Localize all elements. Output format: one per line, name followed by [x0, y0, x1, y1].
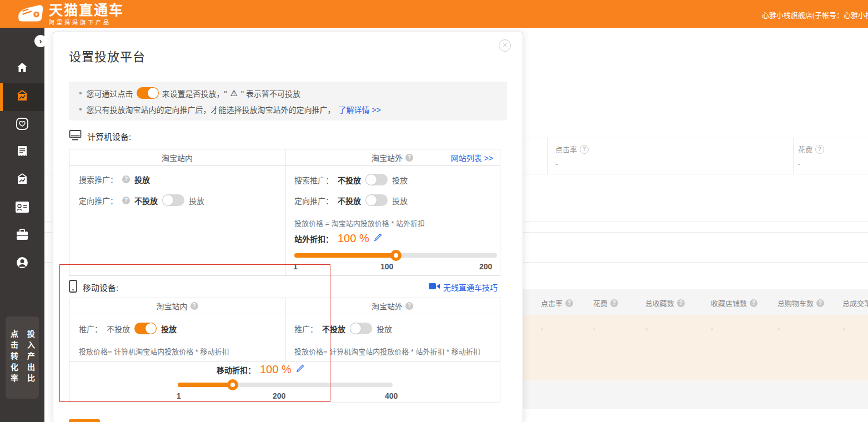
help-icon[interactable]: ? [610, 299, 618, 307]
brand-subtitle: 阿里妈妈旗下产品 [49, 18, 124, 26]
edit-pencil-icon[interactable] [296, 364, 304, 375]
offsite-discount: 站外折扣： 100 % [294, 232, 382, 245]
column-header[interactable]: 总购物车数 [777, 298, 814, 308]
table-header-row: 淘宝站内 ? 淘宝站外 ? [69, 298, 500, 314]
app-root: 点击率? - 花费? - 点击率? 花费? 总收藏数? 收藏店铺数? 总购物车数… [0, 0, 868, 422]
stat-card-ctr: 点击率? - [555, 144, 589, 168]
sidebar-item-creative[interactable] [0, 167, 44, 194]
stat-value: - [798, 159, 824, 168]
bullet: • [79, 104, 82, 114]
discount-label: 移动折扣： [217, 364, 255, 375]
discount-value: 100 % [260, 363, 292, 376]
learn-more-link[interactable]: 了解详情 >> [339, 104, 381, 115]
discount-value: 100 % [338, 232, 369, 245]
state-on: 投放 [392, 174, 408, 185]
mobile-platform-table: 淘宝站内 ? 淘宝站外 ? 推广： 不投放 投放 投放价格= 计算机淘宝站内投放… [69, 298, 500, 403]
slider-handle[interactable] [390, 250, 402, 261]
section-title: 移动设备: [83, 282, 118, 293]
state-off: 不投放 [338, 174, 361, 185]
state-on: 投放 [189, 195, 204, 206]
info-box: • 您可通过点击 来设置是否投放，" ⚠ " 表示暂不可投放 • 您只有投放淘宝… [69, 82, 507, 120]
column-header[interactable]: 点击率 [541, 298, 563, 308]
stat-label: 花费 [798, 144, 812, 154]
warning-icon: ⚠ [230, 88, 238, 98]
row-label: 搜索推广： [294, 174, 333, 185]
table-cell: - [541, 324, 543, 333]
help-icon[interactable]: ? [190, 302, 198, 310]
example-toggle [137, 87, 159, 99]
pc-out-search-toggle[interactable] [365, 174, 388, 185]
table-cell: - [711, 324, 713, 333]
help-icon[interactable]: ? [122, 175, 130, 183]
divider [547, 138, 548, 174]
wireless-tips-link[interactable]: 无线直通车技巧 [443, 282, 498, 293]
platform-settings-modal: × 设置投放平台 • 您可通过点击 来设置是否投放，" ⚠ " 表示暂不可投放 … [53, 32, 523, 422]
mobile-discount-slider[interactable] [178, 383, 393, 387]
wireless-tips[interactable]: 无线直通车技巧 [429, 282, 498, 293]
video-camera-icon [429, 282, 440, 292]
col-header-taobao-out: 淘宝站外 [372, 152, 403, 163]
stat-card-cost: 花费? - [798, 144, 824, 168]
report-table-header: 点击率? 花费? 总收藏数? 收藏店铺数? 总购物车数? 总成交笔 [522, 289, 868, 315]
sidebar-item-home[interactable] [0, 55, 44, 83]
profile-icon [16, 256, 29, 272]
campaign-icon [15, 89, 29, 105]
help-icon[interactable]: ? [816, 299, 824, 307]
column-header[interactable]: 总收藏数 [645, 298, 674, 308]
column-header[interactable]: 花费 [593, 298, 608, 308]
edit-pencil-icon[interactable] [374, 233, 382, 244]
account-name[interactable]: 心雅小栈旗舰店(子帐号：心雅小栈 [762, 9, 868, 20]
note1-mid: 来设置是否投放，" [162, 88, 227, 99]
help-icon[interactable]: ? [405, 302, 413, 310]
sidebar-item-contacts[interactable] [0, 194, 44, 222]
modal-title: 设置投放平台 [69, 47, 145, 64]
help-icon[interactable]: ? [750, 299, 757, 307]
state-on: 投放 [392, 195, 408, 206]
phone-icon [69, 280, 77, 294]
help-icon[interactable]: ? [815, 145, 824, 154]
help-icon[interactable]: ? [405, 154, 413, 162]
column-header[interactable]: 收藏店铺数 [711, 298, 747, 308]
help-icon[interactable]: ? [580, 145, 589, 154]
site-list-link[interactable]: 网站列表 >> [451, 152, 493, 163]
note1-post: " 表示暂不可投放 [241, 88, 300, 99]
mobile-out-promo-toggle[interactable] [350, 323, 372, 334]
note1-pre: 您可通过点击 [87, 88, 133, 99]
computer-platform-table: 淘宝站内 淘宝站外 ? 网站列表 >> 搜索推广： ? 投放 定向推广： ? 不… [69, 149, 500, 276]
report-table: 点击率? 花费? 总收藏数? 收藏店铺数? 总购物车数? 总成交笔 - - - … [522, 289, 868, 411]
sidebar-item-profile[interactable] [0, 250, 44, 278]
column-header[interactable]: 总成交笔 [842, 298, 868, 308]
row-label: 定向推广： [79, 195, 118, 206]
help-icon[interactable]: ? [122, 197, 130, 204]
mobile-section-header: 移动设备: [69, 280, 118, 294]
table-row[interactable] [522, 380, 868, 409]
table-cell: - [645, 324, 648, 333]
col-header-taobao-in: 淘宝站内 [162, 152, 193, 163]
divider [793, 138, 794, 174]
pc-out-target-toggle[interactable] [365, 194, 388, 206]
top-header: 天猫直通车 阿里妈妈旗下产品 心雅小栈旗舰店(子帐号：心雅小栈 [0, 0, 868, 28]
help-icon[interactable]: ? [565, 299, 573, 307]
pc-in-target-toggle[interactable] [162, 194, 184, 206]
brand-logo[interactable]: 天猫直通车 阿里妈妈旗下产品 [16, 3, 124, 26]
computer-section-header: 计算机设备: [69, 130, 131, 142]
sidebar-item-favorites[interactable] [0, 111, 44, 139]
table-cell: - [777, 324, 780, 333]
help-icon[interactable]: ? [677, 299, 685, 307]
state-on: 投放 [161, 323, 177, 334]
receipt-icon [16, 145, 28, 160]
sidebar-collapse-icon[interactable]: › [34, 35, 47, 47]
sidebar-item-reports[interactable] [0, 139, 44, 167]
offsite-discount-slider[interactable] [294, 253, 497, 258]
kpi-label-roi: 投入产出比 [25, 330, 36, 385]
save-button[interactable] [69, 419, 100, 422]
sidebar-item-campaign[interactable] [0, 83, 44, 111]
close-icon[interactable]: × [499, 39, 511, 52]
mobile-in-promo-toggle[interactable] [134, 323, 157, 334]
sidebar-item-tools[interactable] [0, 222, 44, 250]
row-label: 推广： [79, 323, 102, 334]
slider-handle[interactable] [227, 379, 238, 390]
table-row[interactable] [522, 315, 868, 380]
price-formula: 投放价格 = 淘宝站内投放价格 * 站外折扣 [294, 218, 425, 228]
kpi-side-panel[interactable]: 点击转化率 投入产出比 [6, 316, 39, 399]
